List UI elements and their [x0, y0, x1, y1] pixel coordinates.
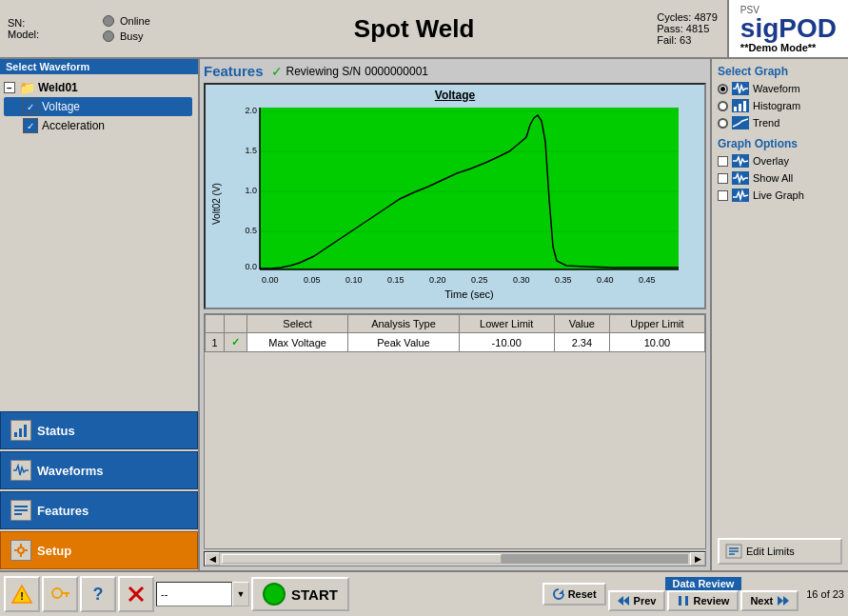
- checkbox-overlay-input[interactable]: [718, 156, 728, 167]
- svg-rect-5: [14, 513, 22, 515]
- edit-limits-label: Edit Limits: [746, 546, 795, 557]
- nav-features-button[interactable]: Features: [0, 491, 198, 529]
- data-review-row: Data Review Prev Review Next 16 of 23: [608, 577, 844, 611]
- help-button[interactable]: ?: [80, 576, 116, 612]
- header-online-busy: Online Busy: [95, 0, 181, 57]
- svg-rect-3: [14, 506, 28, 507]
- select-graph-title: Select Graph: [718, 65, 842, 78]
- svg-rect-37: [743, 101, 746, 111]
- radio-waveform-btn[interactable]: [718, 84, 728, 94]
- checkbox-overlay[interactable]: Overlay: [718, 152, 842, 169]
- right-panel: Select Graph Waveform Histogram: [710, 59, 848, 570]
- warning-button[interactable]: !: [4, 576, 40, 612]
- checkbox-show-all-input[interactable]: [718, 173, 728, 184]
- svg-text:0.15: 0.15: [387, 275, 404, 285]
- app-title: Spot Weld: [181, 0, 647, 57]
- start-label: START: [291, 586, 338, 603]
- col-value: Value: [554, 315, 609, 333]
- nav-waveforms-button[interactable]: Waveforms: [0, 451, 198, 489]
- svg-text:0.00: 0.00: [262, 275, 279, 285]
- bottom-bar: ! ? ▼ START Reset Data Review Prev: [0, 570, 848, 616]
- svg-rect-36: [739, 104, 741, 111]
- svg-text:0.35: 0.35: [555, 275, 572, 285]
- review-label: Review: [693, 595, 729, 606]
- live-graph-label: Live Graph: [753, 189, 804, 201]
- svg-marker-54: [778, 596, 783, 606]
- setup-icon: [10, 540, 31, 561]
- radio-histogram-btn[interactable]: [718, 101, 728, 111]
- col-check: [225, 315, 247, 333]
- radio-trend-label: Trend: [753, 117, 779, 129]
- col-select: Select: [247, 315, 348, 333]
- horizontal-scrollbar[interactable]: ◀ ▶: [204, 551, 706, 566]
- dropdown-combo[interactable]: ▼: [156, 582, 249, 606]
- row-analysis-1: Peak Value: [348, 333, 460, 352]
- svg-marker-49: [559, 589, 563, 594]
- tree-collapse-button[interactable]: −: [4, 82, 15, 93]
- features-header: Features ✓ Reviewing S/N 0000000001: [204, 63, 706, 79]
- overlay-mini-icon: [732, 154, 749, 168]
- radio-trend[interactable]: Trend: [718, 114, 842, 131]
- chart-container: Voltage Volt02 (V) 2.0 1.5 1.0 0.5 0.0: [204, 83, 706, 309]
- radio-histogram[interactable]: Histogram: [718, 97, 842, 114]
- svg-text:0.20: 0.20: [429, 275, 446, 285]
- folder-icon: 📁: [19, 80, 34, 95]
- sidebar-item-voltage[interactable]: ✓ Voltage: [4, 97, 192, 116]
- nav-setup-button[interactable]: Setup: [0, 531, 198, 569]
- reset-label: Reset: [568, 588, 597, 600]
- scroll-right-button[interactable]: ▶: [690, 552, 705, 566]
- key-button[interactable]: [42, 576, 78, 612]
- pass-text: Pass: 4815: [657, 23, 718, 34]
- busy-led: [103, 30, 114, 42]
- svg-text:!: !: [20, 590, 24, 602]
- select-waveform-label: Select Waveform: [0, 59, 198, 74]
- next-button[interactable]: Next: [740, 590, 799, 611]
- features-label: Features: [37, 504, 89, 518]
- features-icon: [10, 500, 31, 521]
- reviewing-check-icon: ✓: [271, 64, 283, 79]
- close-button[interactable]: [118, 576, 154, 612]
- online-row: Online: [103, 15, 173, 27]
- svg-text:0.10: 0.10: [345, 275, 363, 285]
- start-button[interactable]: START: [251, 577, 349, 611]
- row-num-1: 1: [206, 333, 225, 352]
- row-check-1[interactable]: ✓: [225, 333, 247, 352]
- sidebar-item-acceleration[interactable]: ✓ Acceleration: [4, 116, 194, 135]
- prev-button[interactable]: Prev: [608, 590, 666, 611]
- data-review-label: Data Review: [665, 577, 742, 590]
- svg-rect-11: [260, 108, 679, 269]
- setup-label: Setup: [37, 544, 71, 558]
- svg-text:0.30: 0.30: [513, 275, 530, 285]
- edit-limits-button[interactable]: Edit Limits: [718, 538, 842, 565]
- show-all-mini-icon: [732, 171, 749, 185]
- radio-trend-btn[interactable]: [718, 118, 728, 129]
- busy-label: Busy: [120, 30, 143, 42]
- svg-marker-55: [783, 596, 789, 606]
- dropdown-input[interactable]: [156, 582, 232, 606]
- overlay-label: Overlay: [753, 155, 789, 167]
- scroll-left-button[interactable]: ◀: [205, 552, 220, 566]
- header-sn-model: SN: Model:: [0, 0, 95, 57]
- trend-mini-icon: [732, 116, 749, 129]
- select-graph-section: Select Graph Waveform Histogram: [718, 65, 842, 131]
- reset-button[interactable]: Reset: [542, 583, 606, 606]
- live-graph-mini-icon: [732, 189, 749, 202]
- tree-root-label: Weld01: [38, 81, 78, 94]
- scroll-track: [222, 554, 688, 564]
- review-button[interactable]: Review: [667, 590, 739, 611]
- table-row: 1 ✓ Max Voltage Peak Value -10.00 2.34 1…: [206, 333, 705, 352]
- radio-waveform[interactable]: Waveform: [718, 80, 842, 97]
- checkbox-live-graph-input[interactable]: [718, 190, 728, 201]
- checkbox-show-all[interactable]: Show All: [718, 169, 842, 187]
- table-header-row: Select Analysis Type Lower Limit Value U…: [206, 315, 705, 333]
- nav-status-button[interactable]: Status: [0, 411, 198, 449]
- svg-rect-2: [24, 425, 27, 437]
- top-header: SN: Model: Online Busy Spot Weld Cycles:…: [0, 0, 848, 59]
- dropdown-arrow[interactable]: ▼: [232, 582, 249, 606]
- features-title: Features: [204, 63, 264, 79]
- svg-text:0.5: 0.5: [245, 226, 257, 235]
- waveforms-icon: [10, 460, 31, 481]
- scroll-thumb[interactable]: [222, 554, 502, 564]
- checkbox-live-graph[interactable]: Live Graph: [718, 187, 842, 204]
- next-label: Next: [750, 595, 773, 606]
